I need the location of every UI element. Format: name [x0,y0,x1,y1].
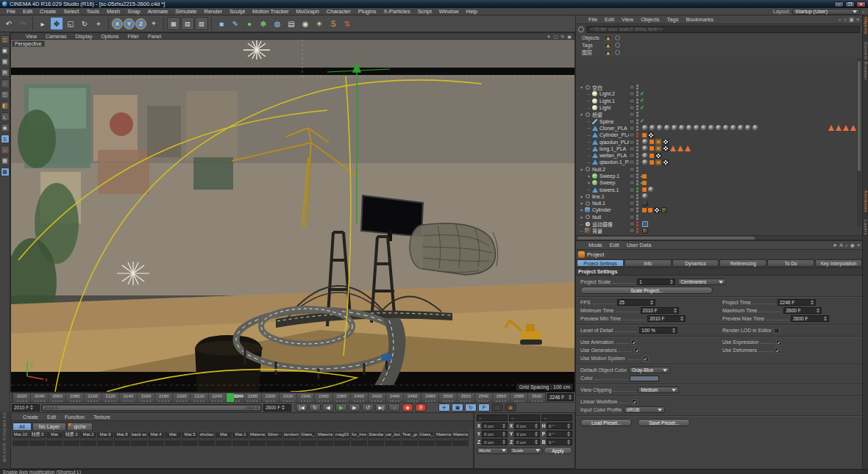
timeline-tick-2040[interactable]: 2040 [30,393,48,402]
layer-toggle[interactable] [629,146,635,151]
timeline-tick-2240[interactable]: 2240 [208,393,226,402]
timeline-tick-2340[interactable]: 2340 [296,393,314,402]
om-menu-bookmarks[interactable]: Bookmarks [682,16,717,23]
visibility-dots[interactable] [636,167,638,172]
tex-tag[interactable] [661,207,667,213]
om-home-icon[interactable]: ⌂ [844,17,847,23]
project-scale-unit-dropdown[interactable]: Centimeters [677,279,726,285]
tree-row-null-1[interactable]: ▾Null.1 [576,200,862,207]
add-environment-icon[interactable]: ◍ [271,17,284,30]
close-button[interactable]: ✕ [856,1,866,7]
toggle-view-icon[interactable]: ▣ [567,34,572,39]
material-unnamed[interactable] [402,439,418,446]
add-spline-icon[interactable]: ✎ [229,17,242,30]
spinner-icon[interactable] [535,423,538,428]
material-unnamed[interactable] [97,439,113,446]
om-menu-objects[interactable]: Objects [637,16,663,23]
tree-row-qiaodun-1-pla[interactable]: ─qiaodun.1_PLAW [576,159,862,165]
field-preview-max-time-input[interactable]: 2600 F [791,315,829,322]
make-editable-icon[interactable]: ◻ [1,35,10,44]
add-camera-icon[interactable]: ◉ [299,17,312,30]
tree-row-null[interactable]: ▾Null [576,214,862,220]
key-position-toggle[interactable]: ✛ [438,403,450,412]
timeline-tick-2360[interactable]: 2360 [314,393,332,402]
side-tab-layers[interactable]: Layers [864,220,868,235]
key-tag[interactable] [642,133,647,137]
model-mode-icon[interactable]: ◼ [1,46,10,55]
lod-field[interactable]: 100 % [639,327,677,334]
tree-row-weilan-pla[interactable]: ─weilan_PLA [576,152,862,159]
tree-row-sweep[interactable]: ▾Sweep✓ [576,179,862,186]
material-mat[interactable]: Mat [46,431,63,438]
field-fps-input[interactable]: 25 [617,299,655,306]
material-unnamed[interactable] [435,439,452,446]
expander-icon[interactable]: ─ [586,133,591,137]
zoom-view-icon[interactable]: ▢ [554,34,558,39]
linear-workflow-checkbox[interactable]: ✓ [632,399,638,405]
menu-edit[interactable]: Edit [19,8,36,15]
material-mat-8[interactable]: Mat.8 [114,431,130,438]
layer-toggle[interactable] [629,132,635,137]
add-cube-icon[interactable]: ■ [215,17,228,30]
material-standar[interactable]: Standar [368,431,384,438]
expander-icon[interactable]: ▾ [579,167,584,172]
material-unnamed[interactable] [419,439,435,446]
material-tear-ge[interactable]: Tear_ge [402,431,418,438]
timeline-tick-2280[interactable]: 2280 [243,393,261,402]
spinner-icon[interactable] [674,308,677,313]
key-tag[interactable] [648,208,652,212]
expander-icon[interactable]: ─ [586,126,591,130]
expander-icon[interactable]: ─ [586,92,591,96]
viewport-solo-icon[interactable]: ◉ [1,123,10,132]
apply-button[interactable]: Apply [544,447,572,454]
key-tag[interactable] [642,181,647,185]
material-unnamed[interactable] [148,439,164,446]
checker-tag[interactable] [654,207,660,213]
visibility-toggles[interactable] [629,194,638,199]
spinner-icon[interactable] [650,300,653,305]
layer-toggle[interactable] [629,98,635,104]
default-object-color-dropdown[interactable]: Gray-Blue [629,367,670,373]
layer-toggle[interactable] [629,91,635,96]
visibility-dots[interactable] [636,180,638,185]
material-mat-2[interactable]: Mat.2 [80,431,96,438]
w-tag[interactable]: W [655,146,661,151]
timeline-tick-2580[interactable]: 2580 [510,393,527,402]
material-unnamed[interactable] [266,439,282,446]
key-tag[interactable] [642,208,647,212]
viewport-menu-filter[interactable]: Filter [124,34,144,39]
visibility-dots[interactable] [636,159,638,165]
menu-script[interactable]: Script [414,8,435,15]
pla-tag[interactable] [694,125,700,131]
expander-icon[interactable]: ─ [586,106,591,110]
visibility-toggles[interactable] [629,221,638,226]
material-mat[interactable]: Mat [216,431,232,438]
material-unnamed[interactable] [63,439,79,446]
range-min-field[interactable]: 2010 F [12,404,40,412]
coord-field-z-1[interactable]: 0 cm [482,439,508,445]
tri-tag[interactable] [670,146,676,151]
visibility-dots[interactable] [636,194,638,199]
restore-button[interactable]: ❐ [845,1,855,7]
timeline-tick-2060[interactable]: 2060 [48,393,65,402]
pla-tag[interactable] [642,125,648,131]
visibility-toggles[interactable] [629,140,638,145]
checker-tag[interactable] [655,153,661,159]
material-unnamed[interactable] [114,439,130,446]
menu-help[interactable]: Help [463,8,481,15]
prev-frame-button[interactable]: ◀ [322,403,334,412]
goto-start-button[interactable]: |◀ [296,403,307,412]
axis-mode-icon[interactable]: L [1,112,10,121]
material-unnamed[interactable] [249,439,266,446]
spinner-icon[interactable] [502,431,505,437]
layout-dropdown[interactable]: Startup (User) [792,9,860,15]
play-mode-button[interactable]: ↻ [309,403,321,412]
live-selection-icon[interactable]: ▸ [36,17,49,30]
use-expression-checkbox[interactable]: ✓ [776,340,782,345]
timeline-tick-2480[interactable]: 2480 [421,393,438,402]
tree-row-null-2[interactable]: ▾Null.2 [576,166,862,173]
timeline-tick-2020[interactable]: 2020 [13,393,30,402]
pla-tag[interactable] [686,125,692,131]
layer-toggle[interactable] [629,187,635,193]
expander-icon[interactable]: ─ [579,229,584,233]
